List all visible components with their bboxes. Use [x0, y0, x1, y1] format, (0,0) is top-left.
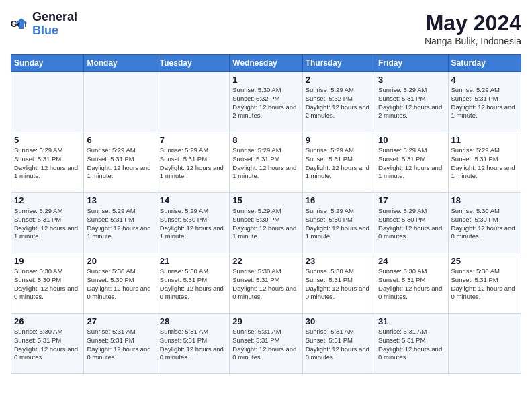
header-saturday: Saturday — [448, 55, 521, 72]
day-info: Sunrise: 5:31 AMSunset: 5:31 PMDaylight:… — [87, 328, 150, 361]
day-number: 17 — [378, 195, 445, 205]
page-header: Gen GeneralBlue May 2024 Nanga Bulik, In… — [11, 11, 521, 46]
day-number: 13 — [87, 195, 153, 205]
table-row: 29Sunrise: 5:31 AMSunset: 5:31 PMDayligh… — [230, 314, 302, 374]
table-row: 15Sunrise: 5:29 AMSunset: 5:30 PMDayligh… — [230, 193, 302, 253]
table-row: 30Sunrise: 5:31 AMSunset: 5:31 PMDayligh… — [302, 314, 375, 374]
day-info: Sunrise: 5:30 AMSunset: 5:31 PMDaylight:… — [306, 267, 369, 300]
day-number: 15 — [232, 195, 299, 205]
table-row: 16Sunrise: 5:29 AMSunset: 5:30 PMDayligh… — [302, 193, 375, 253]
day-info: Sunrise: 5:30 AMSunset: 5:31 PMDaylight:… — [14, 328, 78, 361]
day-number: 19 — [14, 256, 81, 266]
day-info: Sunrise: 5:31 AMSunset: 5:31 PMDaylight:… — [160, 328, 224, 361]
table-row: 23Sunrise: 5:30 AMSunset: 5:31 PMDayligh… — [302, 253, 375, 314]
day-number: 24 — [378, 256, 445, 266]
day-info: Sunrise: 5:29 AMSunset: 5:30 PMDaylight:… — [160, 207, 224, 240]
table-row: 18Sunrise: 5:30 AMSunset: 5:30 PMDayligh… — [448, 193, 521, 253]
calendar-table: Sunday Monday Tuesday Wednesday Thursday… — [11, 54, 521, 374]
table-row: 22Sunrise: 5:30 AMSunset: 5:31 PMDayligh… — [230, 253, 302, 314]
day-number: 26 — [14, 316, 81, 326]
day-number: 5 — [14, 135, 81, 145]
day-info: Sunrise: 5:30 AMSunset: 5:30 PMDaylight:… — [451, 207, 515, 240]
table-row: 24Sunrise: 5:30 AMSunset: 5:31 PMDayligh… — [375, 253, 448, 314]
day-number: 29 — [232, 316, 299, 326]
table-row: 31Sunrise: 5:31 AMSunset: 5:31 PMDayligh… — [375, 314, 448, 374]
table-row: 11Sunrise: 5:29 AMSunset: 5:31 PMDayligh… — [448, 132, 521, 193]
day-info: Sunrise: 5:29 AMSunset: 5:31 PMDaylight:… — [451, 146, 515, 179]
table-row: 8Sunrise: 5:29 AMSunset: 5:31 PMDaylight… — [230, 132, 302, 193]
title-block: May 2024 Nanga Bulik, Indonesia — [425, 11, 521, 46]
header-monday: Monday — [84, 55, 157, 72]
logo-text: GeneralBlue — [32, 11, 77, 38]
day-info: Sunrise: 5:29 AMSunset: 5:31 PMDaylight:… — [451, 86, 515, 119]
calendar-header: Sunday Monday Tuesday Wednesday Thursday… — [11, 55, 521, 72]
table-row: 25Sunrise: 5:30 AMSunset: 5:31 PMDayligh… — [448, 253, 521, 314]
day-info: Sunrise: 5:30 AMSunset: 5:32 PMDaylight:… — [232, 86, 296, 119]
day-number: 28 — [160, 316, 226, 326]
day-number: 16 — [306, 195, 372, 205]
day-number: 1 — [232, 75, 299, 85]
table-row: 17Sunrise: 5:29 AMSunset: 5:30 PMDayligh… — [375, 193, 448, 253]
month-title: May 2024 — [425, 11, 521, 36]
day-info: Sunrise: 5:29 AMSunset: 5:31 PMDaylight:… — [232, 146, 296, 179]
day-info: Sunrise: 5:30 AMSunset: 5:30 PMDaylight:… — [87, 267, 150, 300]
day-info: Sunrise: 5:29 AMSunset: 5:31 PMDaylight:… — [378, 146, 442, 179]
day-info: Sunrise: 5:29 AMSunset: 5:31 PMDaylight:… — [87, 207, 150, 240]
day-info: Sunrise: 5:30 AMSunset: 5:31 PMDaylight:… — [160, 267, 224, 300]
header-sunday: Sunday — [11, 55, 84, 72]
table-row: 5Sunrise: 5:29 AMSunset: 5:31 PMDaylight… — [11, 132, 84, 193]
day-number: 12 — [14, 195, 81, 205]
table-row — [157, 72, 229, 132]
day-info: Sunrise: 5:30 AMSunset: 5:31 PMDaylight:… — [378, 267, 442, 300]
day-number: 20 — [87, 256, 153, 266]
day-info: Sunrise: 5:30 AMSunset: 5:31 PMDaylight:… — [451, 267, 515, 300]
table-row: 10Sunrise: 5:29 AMSunset: 5:31 PMDayligh… — [375, 132, 448, 193]
logo: Gen GeneralBlue — [11, 11, 77, 38]
table-row: 7Sunrise: 5:29 AMSunset: 5:31 PMDaylight… — [157, 132, 229, 193]
table-row: 3Sunrise: 5:29 AMSunset: 5:31 PMDaylight… — [375, 72, 448, 132]
day-info: Sunrise: 5:29 AMSunset: 5:30 PMDaylight:… — [306, 207, 369, 240]
calendar-body: 1Sunrise: 5:30 AMSunset: 5:32 PMDaylight… — [11, 72, 521, 374]
day-info: Sunrise: 5:31 AMSunset: 5:31 PMDaylight:… — [232, 328, 296, 361]
location-subtitle: Nanga Bulik, Indonesia — [425, 36, 521, 46]
day-number: 21 — [160, 256, 226, 266]
header-thursday: Thursday — [302, 55, 375, 72]
day-info: Sunrise: 5:29 AMSunset: 5:31 PMDaylight:… — [87, 146, 150, 179]
day-number: 2 — [306, 75, 372, 85]
day-number: 11 — [451, 135, 518, 145]
table-row: 2Sunrise: 5:29 AMSunset: 5:32 PMDaylight… — [302, 72, 375, 132]
day-number: 14 — [160, 195, 226, 205]
day-number: 8 — [232, 135, 299, 145]
table-row: 9Sunrise: 5:29 AMSunset: 5:31 PMDaylight… — [302, 132, 375, 193]
day-info: Sunrise: 5:29 AMSunset: 5:31 PMDaylight:… — [306, 146, 369, 179]
table-row: 21Sunrise: 5:30 AMSunset: 5:31 PMDayligh… — [157, 253, 229, 314]
day-number: 7 — [160, 135, 226, 145]
table-row: 12Sunrise: 5:29 AMSunset: 5:31 PMDayligh… — [11, 193, 84, 253]
day-info: Sunrise: 5:29 AMSunset: 5:30 PMDaylight:… — [232, 207, 296, 240]
table-row — [84, 72, 157, 132]
day-info: Sunrise: 5:30 AMSunset: 5:30 PMDaylight:… — [14, 267, 78, 300]
day-number: 27 — [87, 316, 153, 326]
day-info: Sunrise: 5:29 AMSunset: 5:31 PMDaylight:… — [378, 86, 442, 119]
table-row: 1Sunrise: 5:30 AMSunset: 5:32 PMDaylight… — [230, 72, 302, 132]
table-row: 20Sunrise: 5:30 AMSunset: 5:30 PMDayligh… — [84, 253, 157, 314]
table-row: 6Sunrise: 5:29 AMSunset: 5:31 PMDaylight… — [84, 132, 157, 193]
table-row: 26Sunrise: 5:30 AMSunset: 5:31 PMDayligh… — [11, 314, 84, 374]
day-info: Sunrise: 5:29 AMSunset: 5:31 PMDaylight:… — [14, 207, 78, 240]
day-number: 23 — [306, 256, 372, 266]
day-info: Sunrise: 5:31 AMSunset: 5:31 PMDaylight:… — [306, 328, 369, 361]
logo-icon: Gen — [11, 15, 30, 34]
table-row: 4Sunrise: 5:29 AMSunset: 5:31 PMDaylight… — [448, 72, 521, 132]
day-number: 4 — [451, 75, 518, 85]
day-number: 9 — [306, 135, 372, 145]
header-tuesday: Tuesday — [157, 55, 229, 72]
table-row: 27Sunrise: 5:31 AMSunset: 5:31 PMDayligh… — [84, 314, 157, 374]
table-row: 13Sunrise: 5:29 AMSunset: 5:31 PMDayligh… — [84, 193, 157, 253]
day-number: 25 — [451, 256, 518, 266]
header-friday: Friday — [375, 55, 448, 72]
table-row: 19Sunrise: 5:30 AMSunset: 5:30 PMDayligh… — [11, 253, 84, 314]
day-number: 10 — [378, 135, 445, 145]
day-number: 31 — [378, 316, 445, 326]
table-row: 28Sunrise: 5:31 AMSunset: 5:31 PMDayligh… — [157, 314, 229, 374]
day-info: Sunrise: 5:31 AMSunset: 5:31 PMDaylight:… — [378, 328, 442, 361]
